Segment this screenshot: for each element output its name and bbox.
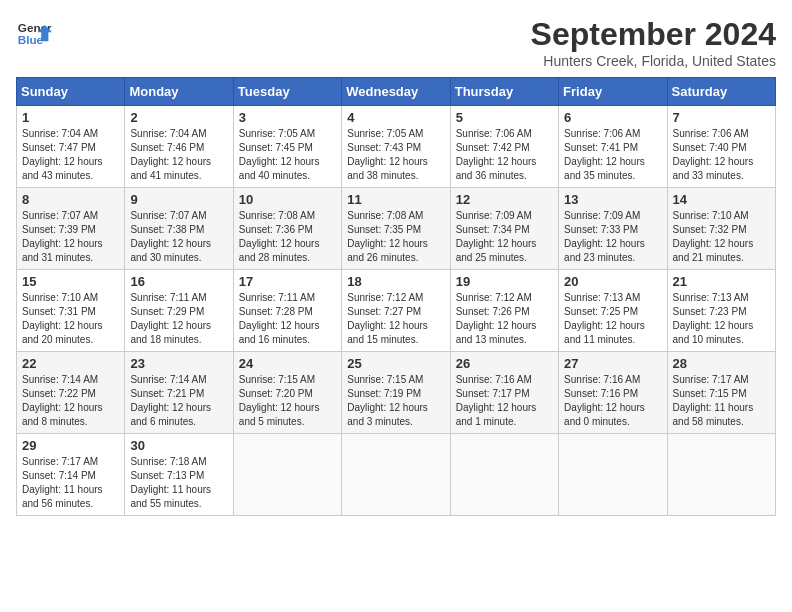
table-row: 6Sunrise: 7:06 AM Sunset: 7:41 PM Daylig…: [559, 106, 667, 188]
day-number: 4: [347, 110, 444, 125]
table-row: 3Sunrise: 7:05 AM Sunset: 7:45 PM Daylig…: [233, 106, 341, 188]
table-row: [450, 434, 558, 516]
logo-icon: General Blue: [16, 16, 52, 52]
day-number: 27: [564, 356, 661, 371]
table-row: 18Sunrise: 7:12 AM Sunset: 7:27 PM Dayli…: [342, 270, 450, 352]
table-row: 11Sunrise: 7:08 AM Sunset: 7:35 PM Dayli…: [342, 188, 450, 270]
table-row: 4Sunrise: 7:05 AM Sunset: 7:43 PM Daylig…: [342, 106, 450, 188]
day-number: 14: [673, 192, 770, 207]
logo: General Blue: [16, 16, 52, 52]
calendar-header-row: Sunday Monday Tuesday Wednesday Thursday…: [17, 78, 776, 106]
col-thursday: Thursday: [450, 78, 558, 106]
calendar-week-row: 8Sunrise: 7:07 AM Sunset: 7:39 PM Daylig…: [17, 188, 776, 270]
day-info: Sunrise: 7:07 AM Sunset: 7:38 PM Dayligh…: [130, 209, 227, 265]
day-info: Sunrise: 7:15 AM Sunset: 7:20 PM Dayligh…: [239, 373, 336, 429]
day-info: Sunrise: 7:06 AM Sunset: 7:41 PM Dayligh…: [564, 127, 661, 183]
col-saturday: Saturday: [667, 78, 775, 106]
day-number: 18: [347, 274, 444, 289]
table-row: 16Sunrise: 7:11 AM Sunset: 7:29 PM Dayli…: [125, 270, 233, 352]
table-row: 25Sunrise: 7:15 AM Sunset: 7:19 PM Dayli…: [342, 352, 450, 434]
day-info: Sunrise: 7:14 AM Sunset: 7:21 PM Dayligh…: [130, 373, 227, 429]
table-row: 14Sunrise: 7:10 AM Sunset: 7:32 PM Dayli…: [667, 188, 775, 270]
table-row: 13Sunrise: 7:09 AM Sunset: 7:33 PM Dayli…: [559, 188, 667, 270]
table-row: 28Sunrise: 7:17 AM Sunset: 7:15 PM Dayli…: [667, 352, 775, 434]
day-info: Sunrise: 7:15 AM Sunset: 7:19 PM Dayligh…: [347, 373, 444, 429]
day-number: 28: [673, 356, 770, 371]
table-row: 9Sunrise: 7:07 AM Sunset: 7:38 PM Daylig…: [125, 188, 233, 270]
day-info: Sunrise: 7:10 AM Sunset: 7:32 PM Dayligh…: [673, 209, 770, 265]
day-info: Sunrise: 7:08 AM Sunset: 7:35 PM Dayligh…: [347, 209, 444, 265]
day-number: 6: [564, 110, 661, 125]
day-info: Sunrise: 7:17 AM Sunset: 7:14 PM Dayligh…: [22, 455, 119, 511]
day-number: 1: [22, 110, 119, 125]
day-number: 26: [456, 356, 553, 371]
day-info: Sunrise: 7:05 AM Sunset: 7:43 PM Dayligh…: [347, 127, 444, 183]
svg-text:Blue: Blue: [18, 33, 44, 46]
col-tuesday: Tuesday: [233, 78, 341, 106]
table-row: [667, 434, 775, 516]
day-info: Sunrise: 7:04 AM Sunset: 7:47 PM Dayligh…: [22, 127, 119, 183]
calendar-table: Sunday Monday Tuesday Wednesday Thursday…: [16, 77, 776, 516]
day-info: Sunrise: 7:09 AM Sunset: 7:33 PM Dayligh…: [564, 209, 661, 265]
day-number: 24: [239, 356, 336, 371]
day-number: 15: [22, 274, 119, 289]
table-row: 29Sunrise: 7:17 AM Sunset: 7:14 PM Dayli…: [17, 434, 125, 516]
day-number: 29: [22, 438, 119, 453]
day-number: 12: [456, 192, 553, 207]
table-row: 27Sunrise: 7:16 AM Sunset: 7:16 PM Dayli…: [559, 352, 667, 434]
day-info: Sunrise: 7:05 AM Sunset: 7:45 PM Dayligh…: [239, 127, 336, 183]
day-number: 2: [130, 110, 227, 125]
day-number: 25: [347, 356, 444, 371]
day-info: Sunrise: 7:04 AM Sunset: 7:46 PM Dayligh…: [130, 127, 227, 183]
calendar-week-row: 22Sunrise: 7:14 AM Sunset: 7:22 PM Dayli…: [17, 352, 776, 434]
day-info: Sunrise: 7:18 AM Sunset: 7:13 PM Dayligh…: [130, 455, 227, 511]
table-row: 8Sunrise: 7:07 AM Sunset: 7:39 PM Daylig…: [17, 188, 125, 270]
table-row: 19Sunrise: 7:12 AM Sunset: 7:26 PM Dayli…: [450, 270, 558, 352]
header: General Blue September 2024 Hunters Cree…: [16, 16, 776, 69]
table-row: 5Sunrise: 7:06 AM Sunset: 7:42 PM Daylig…: [450, 106, 558, 188]
calendar-week-row: 29Sunrise: 7:17 AM Sunset: 7:14 PM Dayli…: [17, 434, 776, 516]
day-info: Sunrise: 7:06 AM Sunset: 7:42 PM Dayligh…: [456, 127, 553, 183]
day-number: 20: [564, 274, 661, 289]
col-friday: Friday: [559, 78, 667, 106]
table-row: 12Sunrise: 7:09 AM Sunset: 7:34 PM Dayli…: [450, 188, 558, 270]
table-row: 10Sunrise: 7:08 AM Sunset: 7:36 PM Dayli…: [233, 188, 341, 270]
table-row: 15Sunrise: 7:10 AM Sunset: 7:31 PM Dayli…: [17, 270, 125, 352]
title-area: September 2024 Hunters Creek, Florida, U…: [531, 16, 776, 69]
day-number: 11: [347, 192, 444, 207]
day-number: 3: [239, 110, 336, 125]
table-row: [342, 434, 450, 516]
table-row: 24Sunrise: 7:15 AM Sunset: 7:20 PM Dayli…: [233, 352, 341, 434]
table-row: [233, 434, 341, 516]
table-row: 7Sunrise: 7:06 AM Sunset: 7:40 PM Daylig…: [667, 106, 775, 188]
col-wednesday: Wednesday: [342, 78, 450, 106]
day-number: 7: [673, 110, 770, 125]
table-row: [559, 434, 667, 516]
calendar-week-row: 15Sunrise: 7:10 AM Sunset: 7:31 PM Dayli…: [17, 270, 776, 352]
col-sunday: Sunday: [17, 78, 125, 106]
day-info: Sunrise: 7:06 AM Sunset: 7:40 PM Dayligh…: [673, 127, 770, 183]
day-number: 16: [130, 274, 227, 289]
table-row: 22Sunrise: 7:14 AM Sunset: 7:22 PM Dayli…: [17, 352, 125, 434]
day-info: Sunrise: 7:10 AM Sunset: 7:31 PM Dayligh…: [22, 291, 119, 347]
day-info: Sunrise: 7:07 AM Sunset: 7:39 PM Dayligh…: [22, 209, 119, 265]
day-number: 5: [456, 110, 553, 125]
day-number: 17: [239, 274, 336, 289]
day-number: 21: [673, 274, 770, 289]
day-info: Sunrise: 7:12 AM Sunset: 7:26 PM Dayligh…: [456, 291, 553, 347]
table-row: 30Sunrise: 7:18 AM Sunset: 7:13 PM Dayli…: [125, 434, 233, 516]
table-row: 21Sunrise: 7:13 AM Sunset: 7:23 PM Dayli…: [667, 270, 775, 352]
day-number: 19: [456, 274, 553, 289]
day-info: Sunrise: 7:11 AM Sunset: 7:28 PM Dayligh…: [239, 291, 336, 347]
day-number: 22: [22, 356, 119, 371]
day-number: 23: [130, 356, 227, 371]
day-number: 8: [22, 192, 119, 207]
col-monday: Monday: [125, 78, 233, 106]
day-info: Sunrise: 7:16 AM Sunset: 7:16 PM Dayligh…: [564, 373, 661, 429]
day-info: Sunrise: 7:13 AM Sunset: 7:25 PM Dayligh…: [564, 291, 661, 347]
table-row: 17Sunrise: 7:11 AM Sunset: 7:28 PM Dayli…: [233, 270, 341, 352]
table-row: 2Sunrise: 7:04 AM Sunset: 7:46 PM Daylig…: [125, 106, 233, 188]
day-number: 30: [130, 438, 227, 453]
table-row: 26Sunrise: 7:16 AM Sunset: 7:17 PM Dayli…: [450, 352, 558, 434]
table-row: 1Sunrise: 7:04 AM Sunset: 7:47 PM Daylig…: [17, 106, 125, 188]
